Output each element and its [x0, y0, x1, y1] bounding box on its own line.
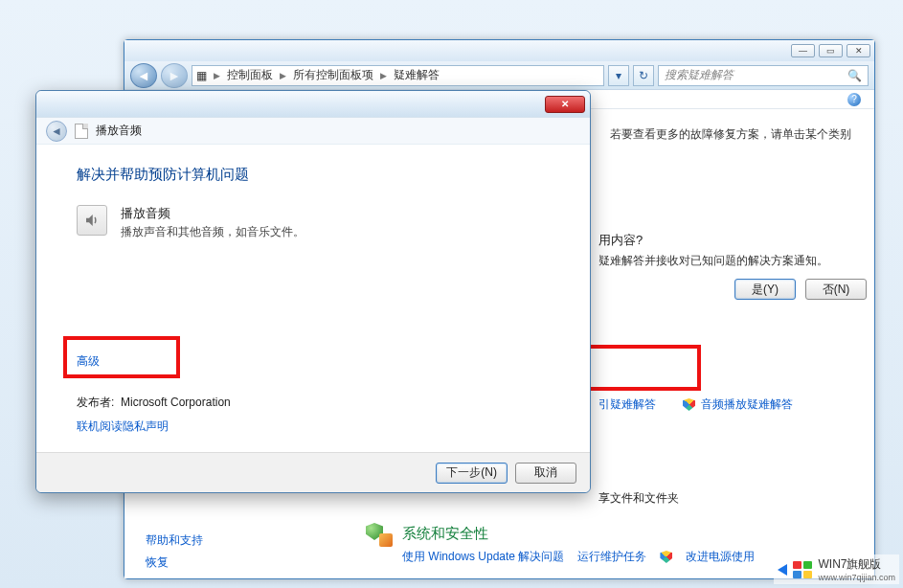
shield-icon [683, 398, 695, 411]
watermark: WIN7旗舰版 www.win7qijian.com [774, 554, 899, 584]
yes-button[interactable]: 是(Y) [734, 279, 796, 300]
chevron-right-icon: ▶ [380, 71, 387, 80]
watermark-url: www.win7qijian.com [818, 573, 895, 582]
prompt-sub: 疑难解答并接收对已知问题的解决方案通知。 [598, 253, 867, 269]
advanced-link[interactable]: 高级 [77, 353, 231, 370]
speaker-icon [83, 212, 101, 229]
publisher-value: Microsoft Corporation [121, 396, 231, 409]
dialog-back-button[interactable]: ◄ [46, 121, 67, 142]
privacy-link[interactable]: 联机阅读隐私声明 [77, 418, 231, 435]
nav-forward-button[interactable]: ► [161, 63, 188, 88]
breadcrumb-root-icon: ▦ [196, 69, 207, 82]
power-link[interactable]: 改进电源使用 [686, 549, 755, 565]
help-icon[interactable]: ? [847, 93, 861, 106]
audio-description: 播放声音和其他音频，如音乐文件。 [121, 224, 305, 240]
audio-icon [77, 205, 107, 236]
dialog-titlebar: ✕ [36, 91, 590, 118]
breadcrumb-item[interactable]: 所有控制面板项 [293, 67, 373, 83]
audio-troubleshoot-link[interactable]: 音频播放疑难解答 [701, 396, 793, 413]
window-titlebar: — ▭ ✕ [124, 40, 874, 61]
shield-icon [660, 551, 672, 563]
breadcrumb-item[interactable]: 控制面板 [227, 67, 273, 83]
dropdown-button[interactable]: ▾ [608, 65, 629, 86]
system-security-title[interactable]: 系统和安全性 [402, 525, 488, 543]
nav-back-button[interactable]: ◄ [130, 63, 157, 88]
dialog-body: 解决并帮助预防计算机问题 播放音频 播放声音和其他音频，如音乐文件。 高级 发布… [36, 145, 590, 452]
next-button[interactable]: 下一步(N) [436, 463, 508, 484]
document-icon [75, 124, 88, 139]
search-placeholder: 搜索疑难解答 [665, 67, 734, 83]
breadcrumb-item[interactable]: 疑难解答 [394, 67, 440, 83]
dialog-footer: 下一步(N) 取消 [36, 452, 590, 492]
audio-title: 播放音频 [121, 205, 305, 222]
publisher-line: 发布者: Microsoft Corporation [77, 395, 231, 411]
maximize-button[interactable]: ▭ [819, 44, 843, 57]
close-button[interactable]: ✕ [847, 44, 870, 57]
ts-link-partial[interactable]: 引疑难解答 [598, 396, 656, 413]
search-icon[interactable]: 🔍 [847, 69, 862, 82]
chevron-right-icon: ▶ [280, 71, 286, 80]
cancel-button[interactable]: 取消 [515, 463, 576, 484]
maintenance-link[interactable]: 运行维护任务 [577, 549, 646, 565]
publisher-label: 发布者: [77, 396, 114, 409]
bottom-area: 帮助和支持 恢复 系统和安全性 使用 Windows Update 解决问题 运… [146, 532, 854, 571]
no-button[interactable]: 否(N) [805, 279, 867, 300]
dialog-close-button[interactable]: ✕ [545, 96, 585, 113]
troubleshoot-links: 引疑难解答 音频播放疑难解答 [598, 396, 886, 413]
windows-logo-icon [793, 561, 812, 578]
minimize-button[interactable]: — [791, 44, 815, 57]
dialog-header-title: 播放音频 [96, 123, 142, 139]
windows-update-link[interactable]: 使用 Windows Update 解决问题 [402, 549, 564, 565]
chevron-right-icon: ▶ [214, 71, 220, 80]
system-security-icon [366, 520, 393, 547]
prompt-title: 用内容? [598, 232, 867, 249]
refresh-button[interactable]: ↻ [633, 65, 654, 86]
dialog-main-title: 解决并帮助预防计算机问题 [77, 166, 557, 184]
watermark-title: WIN7旗舰版 [818, 556, 895, 573]
system-security-section: 系统和安全性 使用 Windows Update 解决问题 运行维护任务 改进电… [366, 520, 845, 565]
share-line: 享文件和文件夹 [598, 490, 679, 507]
search-input[interactable]: 搜索疑难解答 🔍 [658, 65, 869, 86]
troubleshooter-dialog: ✕ ◄ 播放音频 解决并帮助预防计算机问题 播放音频 播放声音和其他音频，如音乐… [35, 90, 591, 493]
breadcrumb[interactable]: ▦ ▶ 控制面板 ▶ 所有控制面板项 ▶ 疑难解答 [192, 65, 604, 86]
indicator-icon [778, 564, 787, 576]
prompt-block: 用内容? 疑难解答并接收对已知问题的解决方案通知。 是(Y) 否(N) [598, 232, 867, 300]
address-bar: ◄ ► ▦ ▶ 控制面板 ▶ 所有控制面板项 ▶ 疑难解答 ▾ ↻ 搜索疑难解答… [124, 61, 874, 90]
dialog-header: ◄ 播放音频 [36, 118, 590, 145]
